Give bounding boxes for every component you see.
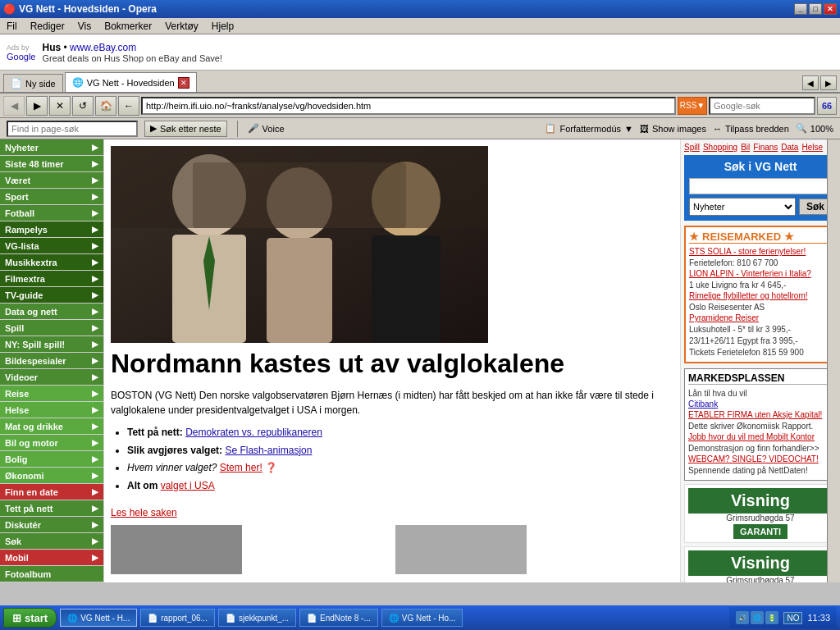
sidebar-item-bilmotor[interactable]: Bil og motor ▶: [0, 435, 103, 451]
sidebar-item-vglista[interactable]: VG-lista ▶: [0, 238, 103, 254]
sidebar-item-sok[interactable]: Søk ▶: [0, 533, 103, 550]
top-link-helse[interactable]: Helse: [801, 143, 823, 152]
sidebar-item-reise[interactable]: Reise ▶: [0, 386, 103, 402]
read-more-link[interactable]: Les hele saken: [111, 507, 177, 518]
bottom-headline-2[interactable]: Engasiert?: [395, 581, 673, 582]
ads-by-label: Ads by: [7, 43, 35, 52]
author-mode-button[interactable]: 📋 Forfattermodús ▼: [545, 123, 632, 134]
stop-button[interactable]: ✕: [49, 96, 71, 116]
tilpass-button[interactable]: ↔ Tilpass bredden: [713, 124, 789, 134]
reise-link-3[interactable]: Rimelige flybilletter og hotellrom!: [689, 291, 832, 300]
back-button[interactable]: ◀: [3, 96, 25, 116]
home-button[interactable]: 🏠: [95, 96, 116, 116]
search-select-right[interactable]: Nyheter: [689, 198, 796, 216]
menu-fil[interactable]: Fil: [3, 19, 21, 34]
article-headline: Nordmann kastes ut av valglokalene: [111, 349, 673, 378]
sidebar-item-tettnett[interactable]: Tett på nett ▶: [0, 500, 103, 517]
bullet-2-link[interactable]: Se Flash-animasjon: [225, 445, 312, 456]
menu-hjelp[interactable]: Hjelp: [208, 19, 237, 34]
magnify-icon: 🔍: [796, 123, 807, 134]
garanti-button[interactable]: GARANTI: [733, 524, 788, 539]
search-input-right[interactable]: [689, 178, 832, 194]
address-bar[interactable]: http://heim.ifi.uio.no/~franksf/analyse/…: [141, 97, 676, 115]
active-tab[interactable]: 🌐 VG Nett - Hovedsiden ✕: [65, 72, 197, 92]
sidebar-bolig-label: Bolig: [5, 454, 28, 464]
menu-bokmerker[interactable]: Bokmerker: [101, 19, 155, 34]
bullet-1-link[interactable]: Demokraten vs. republikaneren: [185, 427, 322, 438]
sidebar-item-filmextra[interactable]: Filmextra ▶: [0, 271, 103, 287]
sidebar-item-sport[interactable]: Sport ▶: [0, 189, 103, 205]
top-link-spill[interactable]: Spill: [684, 143, 700, 152]
top-links: Spill Shopping Bil Finans Data Helse: [684, 143, 837, 152]
top-link-data[interactable]: Data: [781, 143, 798, 152]
forward-button[interactable]: ▶: [26, 96, 48, 116]
bottom-headline-1[interactable]: NHL-stierner hjalp: [111, 581, 389, 582]
bullet-item-1: Tett på nett: Demokraten vs. republikane…: [127, 424, 673, 442]
sidebar-item-rampelys[interactable]: Rampelys ▶: [0, 221, 103, 238]
marked-link-jobb[interactable]: Jobb hvor du vil med Mobilt Kontor: [688, 432, 833, 441]
sidebar-item-spill[interactable]: Spill ▶: [0, 320, 103, 336]
show-images-button[interactable]: 🖼 Show images: [640, 124, 706, 134]
top-link-finans[interactable]: Finans: [753, 143, 778, 152]
reload-button[interactable]: ↺: [72, 96, 94, 116]
sidebar-fotball-arrow: ▶: [92, 208, 98, 217]
sidebar-item-musikkextra[interactable]: Musikkextra ▶: [0, 254, 103, 271]
menu-verktoy[interactable]: Verktøy: [162, 19, 202, 34]
marked-link-webcam[interactable]: WEBCAM? SINGLE? VIDEOCHAT!: [688, 454, 833, 463]
bullet-3-link[interactable]: Stem her!: [220, 462, 262, 473]
sidebar-item-helse[interactable]: Helse ▶: [0, 402, 103, 418]
marked-link-citibank[interactable]: Citibank: [688, 399, 833, 409]
sidebar-item-datanett[interactable]: Data og nett ▶: [0, 304, 103, 320]
address-go-back[interactable]: ←: [118, 96, 139, 116]
sidebar-item-diskuter[interactable]: Diskutér ▶: [0, 517, 103, 533]
sidebar-item-mobil[interactable]: Mobil ▶: [0, 550, 103, 566]
zoom-control[interactable]: 🔍 100%: [796, 123, 833, 134]
go-button[interactable]: 66: [817, 97, 837, 115]
menu-rediger[interactable]: Rediger: [27, 19, 68, 34]
reise-title: ★ REISEMARKED ★: [689, 231, 832, 244]
sidebar-item-okonomi[interactable]: Økonomi ▶: [0, 468, 103, 484]
tab-scroll-right[interactable]: ▶: [820, 75, 837, 90]
sidebar-item-nyheter[interactable]: Nyheter ▶: [0, 139, 103, 156]
marked-link-etabler[interactable]: ETABLER FIRMA uten Aksje Kapital!: [688, 410, 833, 419]
sidebar-item-finndate[interactable]: Finn en date ▶: [0, 484, 103, 500]
reise-star-icon: ★: [689, 231, 699, 243]
reise-link-1[interactable]: STS SOLIA - store ferienytelser!: [689, 247, 832, 256]
sidebar-item-videoer[interactable]: Videoer ▶: [0, 369, 103, 386]
bullet-4-link[interactable]: valget i USA: [161, 480, 215, 491]
visning-address: Grimsrudhøgda 57: [688, 514, 833, 523]
sidebar-item-vaeret[interactable]: Været ▶: [0, 172, 103, 189]
visning-box-1: Visning Grimsrudhøgda 57 GARANTI: [684, 484, 837, 543]
rss-button[interactable]: RSS ▼: [678, 97, 707, 115]
sidebar-item-nyspill[interactable]: NY: Spill spill! ▶: [0, 336, 103, 353]
reise-text-1: Ferietelefon: 810 67 700: [689, 258, 832, 269]
reise-link-2[interactable]: LION ALPIN - Vinterferien i Italia?: [689, 269, 832, 278]
maximize-button[interactable]: □: [809, 3, 822, 15]
reise-link-4[interactable]: Pyramidene Reiser: [689, 313, 832, 322]
find-next-button[interactable]: ▶ Søk etter neste: [144, 121, 227, 137]
tab-scroll-left[interactable]: ◀: [802, 75, 819, 90]
voice-button[interactable]: 🎤 Voice: [248, 123, 285, 134]
sidebar-item-bildespesialer[interactable]: Bildespesialer ▶: [0, 353, 103, 369]
menu-vis[interactable]: Vis: [75, 19, 94, 34]
tab-close-button[interactable]: ✕: [178, 77, 189, 89]
sidebar-item-fotoalbum[interactable]: Fotoalbum: [0, 566, 103, 582]
sidebar-item-tvguide[interactable]: TV-guide ▶: [0, 287, 103, 304]
sidebar-item-bolig[interactable]: Bolig ▶: [0, 451, 103, 468]
active-tab-icon: 🌐: [72, 77, 84, 88]
new-tab[interactable]: 📄 Ny side: [3, 74, 63, 92]
visning-address-2: Grimsrudhøgda 57: [688, 576, 833, 582]
sidebar-item-matdrikke[interactable]: Mat og drikke ▶: [0, 418, 103, 435]
sidebar-vglista-arrow: ▶: [92, 241, 98, 250]
reise-box: ★ REISEMARKED ★ STS SOLIA - store ferien…: [684, 226, 837, 363]
top-link-shopping[interactable]: Shopping: [703, 143, 737, 152]
minimize-button[interactable]: _: [794, 3, 807, 15]
find-input[interactable]: [7, 121, 138, 137]
search-input-nav[interactable]: [709, 97, 815, 115]
top-link-bil[interactable]: Bil: [741, 143, 750, 152]
sidebar-okonomi-label: Økonomi: [5, 471, 44, 481]
sidebar-item-siste48[interactable]: Siste 48 timer ▶: [0, 156, 103, 172]
close-button[interactable]: ✕: [824, 3, 837, 15]
sidebar-item-fotball[interactable]: Fotball ▶: [0, 205, 103, 221]
scrollbar[interactable]: [827, 139, 840, 582]
